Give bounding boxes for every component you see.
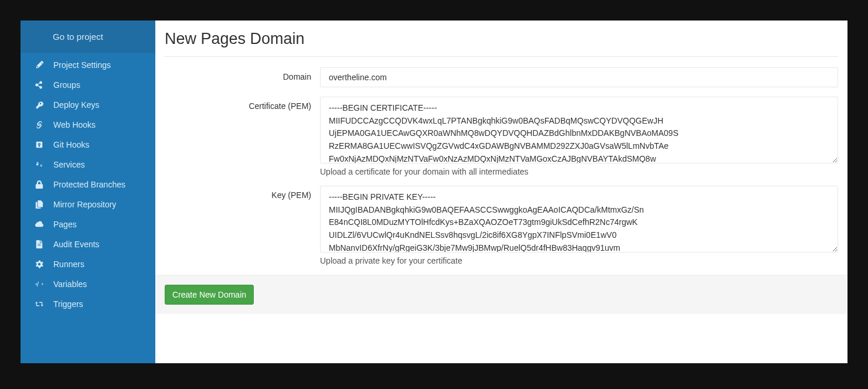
sidebar-item-git-hooks[interactable]: Git Hooks bbox=[21, 135, 155, 155]
go-to-project-link[interactable]: Go to project bbox=[21, 21, 155, 53]
main-content: New Pages Domain Domain Certificate (PEM… bbox=[155, 21, 847, 363]
sidebar-item-mirror-repository[interactable]: Mirror Repository bbox=[21, 194, 155, 214]
key-textarea[interactable] bbox=[320, 186, 838, 252]
form-row-key: Key (PEM) Upload a private key for your … bbox=[165, 186, 838, 265]
sidebar-nav-list: Project Settings Groups Deploy Keys Web … bbox=[21, 53, 155, 314]
sidebar-item-label: Deploy Keys bbox=[53, 100, 100, 110]
git-icon bbox=[35, 141, 44, 149]
sidebar-item-project-settings[interactable]: Project Settings bbox=[21, 53, 155, 75]
sidebar: Go to project Project Settings Groups De… bbox=[21, 21, 155, 363]
sidebar-item-label: Web Hooks bbox=[53, 120, 96, 129]
sidebar-item-label: Mirror Repository bbox=[53, 200, 116, 209]
sidebar-item-label: Variables bbox=[53, 279, 87, 289]
sidebar-item-label: Git Hooks bbox=[53, 140, 89, 149]
page-title: New Pages Domain bbox=[165, 30, 838, 57]
share-icon bbox=[35, 81, 44, 89]
create-new-domain-button[interactable]: Create New Domain bbox=[165, 285, 254, 305]
sidebar-item-label: Services bbox=[53, 160, 85, 169]
retweet-icon bbox=[35, 300, 44, 308]
sidebar-item-label: Protected Branches bbox=[53, 180, 125, 189]
certificate-textarea[interactable] bbox=[320, 97, 838, 163]
sidebar-item-label: Pages bbox=[53, 220, 77, 229]
form-row-certificate: Certificate (PEM) Upload a certificate f… bbox=[165, 97, 838, 176]
cloud-icon bbox=[35, 220, 44, 228]
domain-label: Domain bbox=[165, 67, 320, 81]
form-actions: Create New Domain bbox=[155, 275, 847, 314]
gear-icon bbox=[35, 260, 44, 268]
sidebar-item-audit-events[interactable]: Audit Events bbox=[21, 234, 155, 254]
domain-input[interactable] bbox=[320, 67, 838, 87]
sidebar-item-web-hooks[interactable]: Web Hooks bbox=[21, 115, 155, 135]
sidebar-item-services[interactable]: Services bbox=[21, 155, 155, 175]
sidebar-item-deploy-keys[interactable]: Deploy Keys bbox=[21, 95, 155, 115]
form-row-domain: Domain bbox=[165, 67, 838, 87]
sidebar-item-runners[interactable]: Runners bbox=[21, 254, 155, 274]
key-help-text: Upload a private key for your certificat… bbox=[320, 256, 838, 265]
sidebar-item-label: Groups bbox=[53, 80, 80, 90]
sidebar-item-label: Audit Events bbox=[53, 240, 100, 249]
sidebar-item-variables[interactable]: Variables bbox=[21, 274, 155, 294]
file-icon bbox=[35, 240, 44, 248]
code-icon bbox=[35, 280, 44, 288]
sidebar-item-groups[interactable]: Groups bbox=[21, 75, 155, 95]
sidebar-item-label: Triggers bbox=[53, 299, 83, 309]
sidebar-item-protected-branches[interactable]: Protected Branches bbox=[21, 175, 155, 194]
sidebar-item-triggers[interactable]: Triggers bbox=[21, 294, 155, 314]
link-icon bbox=[35, 121, 44, 129]
sidebar-item-label: Project Settings bbox=[53, 60, 111, 70]
key-icon bbox=[35, 101, 44, 109]
app-window: Go to project Project Settings Groups De… bbox=[21, 21, 847, 363]
sidebar-item-pages[interactable]: Pages bbox=[21, 214, 155, 234]
certificate-help-text: Upload a certificate for your domain wit… bbox=[320, 167, 838, 176]
key-label: Key (PEM) bbox=[165, 186, 320, 200]
gears-icon bbox=[35, 161, 44, 169]
lock-icon bbox=[35, 180, 44, 189]
copy-icon bbox=[35, 200, 44, 209]
edit-icon bbox=[35, 61, 44, 69]
certificate-label: Certificate (PEM) bbox=[165, 97, 320, 111]
sidebar-item-label: Runners bbox=[53, 260, 84, 269]
